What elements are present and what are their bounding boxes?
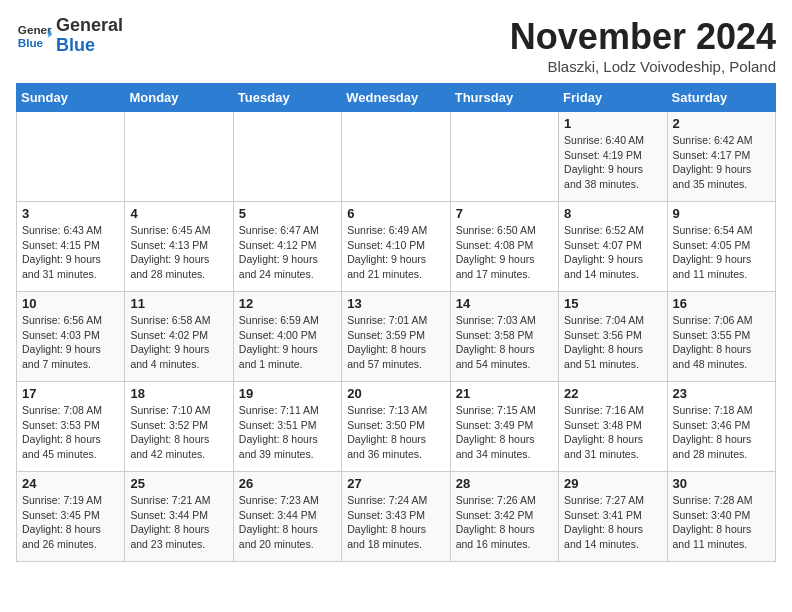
calendar-cell: [450, 112, 558, 202]
day-number: 14: [456, 296, 553, 311]
day-info: Sunrise: 7:10 AM Sunset: 3:52 PM Dayligh…: [130, 403, 227, 462]
day-info: Sunrise: 7:23 AM Sunset: 3:44 PM Dayligh…: [239, 493, 336, 552]
day-number: 13: [347, 296, 444, 311]
day-number: 1: [564, 116, 661, 131]
calendar-cell: 15Sunrise: 7:04 AM Sunset: 3:56 PM Dayli…: [559, 292, 667, 382]
calendar-cell: 9Sunrise: 6:54 AM Sunset: 4:05 PM Daylig…: [667, 202, 775, 292]
day-info: Sunrise: 7:28 AM Sunset: 3:40 PM Dayligh…: [673, 493, 770, 552]
day-info: Sunrise: 7:27 AM Sunset: 3:41 PM Dayligh…: [564, 493, 661, 552]
calendar-cell: [17, 112, 125, 202]
calendar-cell: 6Sunrise: 6:49 AM Sunset: 4:10 PM Daylig…: [342, 202, 450, 292]
weekday-header-saturday: Saturday: [667, 84, 775, 112]
calendar-cell: 1Sunrise: 6:40 AM Sunset: 4:19 PM Daylig…: [559, 112, 667, 202]
day-info: Sunrise: 6:58 AM Sunset: 4:02 PM Dayligh…: [130, 313, 227, 372]
calendar-cell: 10Sunrise: 6:56 AM Sunset: 4:03 PM Dayli…: [17, 292, 125, 382]
day-number: 30: [673, 476, 770, 491]
calendar-table: SundayMondayTuesdayWednesdayThursdayFrid…: [16, 83, 776, 562]
day-info: Sunrise: 7:04 AM Sunset: 3:56 PM Dayligh…: [564, 313, 661, 372]
day-number: 29: [564, 476, 661, 491]
day-info: Sunrise: 7:24 AM Sunset: 3:43 PM Dayligh…: [347, 493, 444, 552]
calendar-cell: 5Sunrise: 6:47 AM Sunset: 4:12 PM Daylig…: [233, 202, 341, 292]
calendar-cell: 22Sunrise: 7:16 AM Sunset: 3:48 PM Dayli…: [559, 382, 667, 472]
calendar-week-row: 10Sunrise: 6:56 AM Sunset: 4:03 PM Dayli…: [17, 292, 776, 382]
day-number: 3: [22, 206, 119, 221]
day-number: 11: [130, 296, 227, 311]
calendar-cell: [125, 112, 233, 202]
calendar-cell: 24Sunrise: 7:19 AM Sunset: 3:45 PM Dayli…: [17, 472, 125, 562]
calendar-subtitle: Blaszki, Lodz Voivodeship, Poland: [510, 58, 776, 75]
calendar-cell: 26Sunrise: 7:23 AM Sunset: 3:44 PM Dayli…: [233, 472, 341, 562]
calendar-cell: 16Sunrise: 7:06 AM Sunset: 3:55 PM Dayli…: [667, 292, 775, 382]
calendar-cell: 4Sunrise: 6:45 AM Sunset: 4:13 PM Daylig…: [125, 202, 233, 292]
calendar-cell: 18Sunrise: 7:10 AM Sunset: 3:52 PM Dayli…: [125, 382, 233, 472]
calendar-cell: 19Sunrise: 7:11 AM Sunset: 3:51 PM Dayli…: [233, 382, 341, 472]
day-number: 24: [22, 476, 119, 491]
day-info: Sunrise: 7:15 AM Sunset: 3:49 PM Dayligh…: [456, 403, 553, 462]
calendar-cell: 17Sunrise: 7:08 AM Sunset: 3:53 PM Dayli…: [17, 382, 125, 472]
day-number: 12: [239, 296, 336, 311]
day-info: Sunrise: 6:45 AM Sunset: 4:13 PM Dayligh…: [130, 223, 227, 282]
calendar-cell: 25Sunrise: 7:21 AM Sunset: 3:44 PM Dayli…: [125, 472, 233, 562]
calendar-cell: 28Sunrise: 7:26 AM Sunset: 3:42 PM Dayli…: [450, 472, 558, 562]
svg-text:General: General: [18, 23, 52, 36]
day-info: Sunrise: 6:40 AM Sunset: 4:19 PM Dayligh…: [564, 133, 661, 192]
calendar-cell: 21Sunrise: 7:15 AM Sunset: 3:49 PM Dayli…: [450, 382, 558, 472]
calendar-cell: 23Sunrise: 7:18 AM Sunset: 3:46 PM Dayli…: [667, 382, 775, 472]
day-number: 10: [22, 296, 119, 311]
day-info: Sunrise: 6:52 AM Sunset: 4:07 PM Dayligh…: [564, 223, 661, 282]
day-number: 27: [347, 476, 444, 491]
day-number: 5: [239, 206, 336, 221]
day-number: 19: [239, 386, 336, 401]
day-number: 28: [456, 476, 553, 491]
weekday-header-thursday: Thursday: [450, 84, 558, 112]
calendar-cell: 14Sunrise: 7:03 AM Sunset: 3:58 PM Dayli…: [450, 292, 558, 382]
day-number: 15: [564, 296, 661, 311]
calendar-cell: 11Sunrise: 6:58 AM Sunset: 4:02 PM Dayli…: [125, 292, 233, 382]
calendar-cell: 20Sunrise: 7:13 AM Sunset: 3:50 PM Dayli…: [342, 382, 450, 472]
calendar-week-row: 3Sunrise: 6:43 AM Sunset: 4:15 PM Daylig…: [17, 202, 776, 292]
weekday-header-sunday: Sunday: [17, 84, 125, 112]
day-info: Sunrise: 6:56 AM Sunset: 4:03 PM Dayligh…: [22, 313, 119, 372]
calendar-title: November 2024: [510, 16, 776, 58]
day-info: Sunrise: 7:18 AM Sunset: 3:46 PM Dayligh…: [673, 403, 770, 462]
day-info: Sunrise: 7:26 AM Sunset: 3:42 PM Dayligh…: [456, 493, 553, 552]
day-number: 25: [130, 476, 227, 491]
calendar-cell: 2Sunrise: 6:42 AM Sunset: 4:17 PM Daylig…: [667, 112, 775, 202]
weekday-header-tuesday: Tuesday: [233, 84, 341, 112]
weekday-header-wednesday: Wednesday: [342, 84, 450, 112]
logo-blue-text: Blue: [56, 35, 95, 55]
day-number: 23: [673, 386, 770, 401]
day-number: 8: [564, 206, 661, 221]
calendar-cell: 27Sunrise: 7:24 AM Sunset: 3:43 PM Dayli…: [342, 472, 450, 562]
day-number: 2: [673, 116, 770, 131]
day-info: Sunrise: 6:43 AM Sunset: 4:15 PM Dayligh…: [22, 223, 119, 282]
day-info: Sunrise: 6:50 AM Sunset: 4:08 PM Dayligh…: [456, 223, 553, 282]
calendar-cell: 7Sunrise: 6:50 AM Sunset: 4:08 PM Daylig…: [450, 202, 558, 292]
weekday-header-row: SundayMondayTuesdayWednesdayThursdayFrid…: [17, 84, 776, 112]
day-number: 9: [673, 206, 770, 221]
calendar-week-row: 1Sunrise: 6:40 AM Sunset: 4:19 PM Daylig…: [17, 112, 776, 202]
logo-general-text: General: [56, 15, 123, 35]
day-info: Sunrise: 6:42 AM Sunset: 4:17 PM Dayligh…: [673, 133, 770, 192]
day-number: 20: [347, 386, 444, 401]
day-info: Sunrise: 7:19 AM Sunset: 3:45 PM Dayligh…: [22, 493, 119, 552]
day-info: Sunrise: 7:11 AM Sunset: 3:51 PM Dayligh…: [239, 403, 336, 462]
day-number: 6: [347, 206, 444, 221]
svg-text:Blue: Blue: [18, 36, 44, 49]
calendar-week-row: 17Sunrise: 7:08 AM Sunset: 3:53 PM Dayli…: [17, 382, 776, 472]
weekday-header-friday: Friday: [559, 84, 667, 112]
day-number: 22: [564, 386, 661, 401]
day-number: 17: [22, 386, 119, 401]
day-info: Sunrise: 6:59 AM Sunset: 4:00 PM Dayligh…: [239, 313, 336, 372]
title-area: November 2024 Blaszki, Lodz Voivodeship,…: [510, 16, 776, 75]
calendar-cell: 13Sunrise: 7:01 AM Sunset: 3:59 PM Dayli…: [342, 292, 450, 382]
calendar-cell: [233, 112, 341, 202]
day-info: Sunrise: 6:47 AM Sunset: 4:12 PM Dayligh…: [239, 223, 336, 282]
calendar-cell: 29Sunrise: 7:27 AM Sunset: 3:41 PM Dayli…: [559, 472, 667, 562]
day-info: Sunrise: 7:08 AM Sunset: 3:53 PM Dayligh…: [22, 403, 119, 462]
day-number: 16: [673, 296, 770, 311]
calendar-week-row: 24Sunrise: 7:19 AM Sunset: 3:45 PM Dayli…: [17, 472, 776, 562]
day-info: Sunrise: 6:49 AM Sunset: 4:10 PM Dayligh…: [347, 223, 444, 282]
calendar-cell: 30Sunrise: 7:28 AM Sunset: 3:40 PM Dayli…: [667, 472, 775, 562]
day-number: 21: [456, 386, 553, 401]
